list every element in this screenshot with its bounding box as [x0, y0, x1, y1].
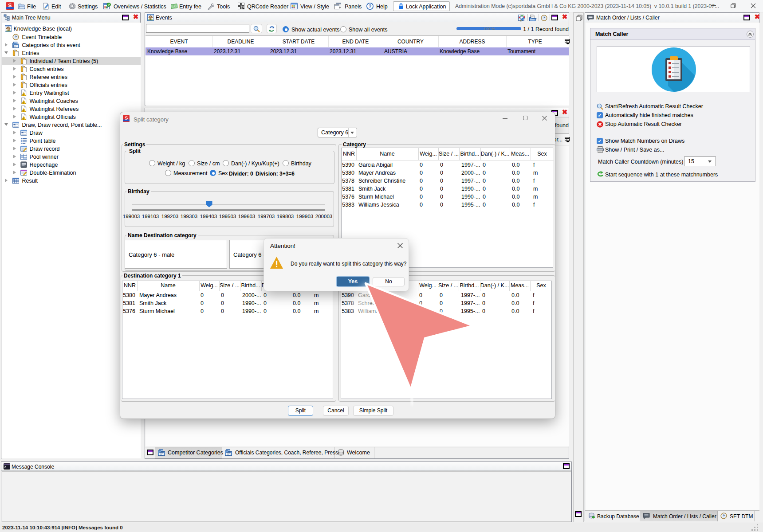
svg-text:?: ?: [369, 4, 372, 9]
